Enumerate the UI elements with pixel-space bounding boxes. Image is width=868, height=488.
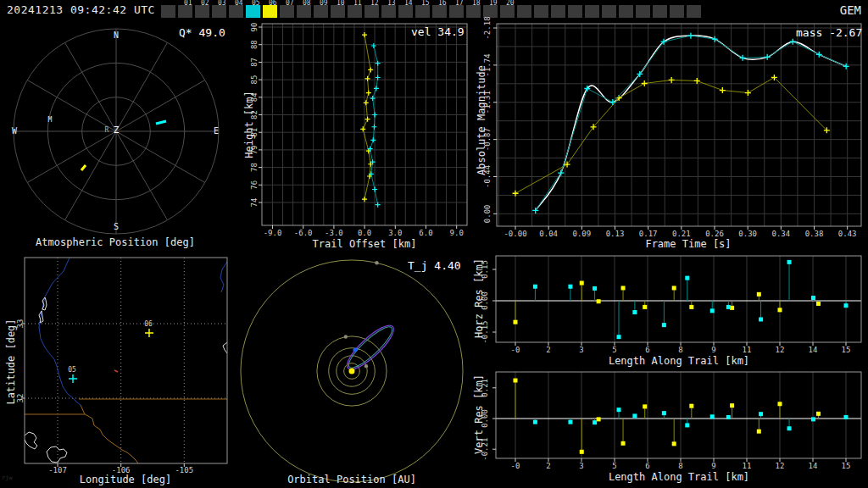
map-feature-rio-grande-lower	[81, 405, 138, 463]
map-feature-outline-southwest-1	[25, 432, 37, 449]
svg-text:76: 76	[250, 180, 259, 190]
svg-text:5: 5	[612, 346, 616, 354]
svg-text:W: W	[12, 126, 18, 136]
horz-res-plot: -0235689111214150.150.00-0.15	[481, 256, 861, 354]
atmospheric-title: Atmospheric Position [deg]	[36, 236, 195, 248]
svg-text:12: 12	[776, 346, 785, 354]
svg-text:15: 15	[842, 462, 851, 470]
tisserand-label: T_j	[408, 259, 427, 272]
svg-text:11: 11	[743, 462, 752, 470]
longitude-axis-label: Longitude [deg]	[80, 474, 171, 485]
orbital-plot	[241, 260, 463, 482]
velocity-value: 34.9	[437, 25, 464, 38]
svg-text:M: M	[48, 116, 53, 124]
svg-text:-3.0: -3.0	[325, 229, 343, 237]
length-trail-axis-label-2: Length Along Trail [km]	[609, 471, 749, 483]
svg-text:0.0: 0.0	[358, 229, 371, 237]
horz-res-axis-label: Horz Res [km]	[473, 258, 485, 338]
svg-text:5: 5	[612, 462, 616, 470]
svg-text:0.26: 0.26	[705, 230, 724, 238]
mass-value: -2.67	[829, 26, 862, 39]
svg-text:32: 32	[16, 394, 25, 403]
svg-text:0.30: 0.30	[738, 230, 757, 238]
svg-text:0.43: 0.43	[838, 230, 857, 238]
mars-dot	[344, 335, 348, 338]
svg-text:0.17: 0.17	[639, 230, 658, 238]
svg-text:2: 2	[546, 346, 550, 354]
svg-text:-107: -107	[48, 466, 67, 474]
latitude-axis-label: Latitude [deg]	[5, 319, 17, 404]
svg-text:2: 2	[546, 462, 550, 470]
svg-text:0.34: 0.34	[772, 230, 791, 238]
svg-text:06: 06	[144, 320, 153, 328]
svg-text:14: 14	[809, 346, 818, 354]
frame-time-axis-label: Frame Time [s]	[645, 238, 731, 250]
svg-text:3: 3	[579, 346, 583, 354]
mass-annotation: mass -2.67	[796, 26, 862, 39]
svg-text:6: 6	[645, 462, 649, 470]
orbital-title: Orbital Position [AU]	[287, 474, 416, 485]
svg-text:-0: -0	[511, 346, 520, 354]
svg-text:Z: Z	[114, 125, 120, 136]
svg-text:9: 9	[711, 346, 715, 354]
svg-text:-2.18: -2.18	[483, 16, 492, 39]
svg-text:12: 12	[776, 462, 785, 470]
map-feature-outline-southwest-2	[47, 446, 67, 463]
svg-text:0.13: 0.13	[606, 230, 625, 238]
svg-text:85: 85	[250, 75, 259, 85]
svg-text:0.38: 0.38	[805, 230, 824, 238]
map-station-06: 06	[144, 320, 153, 337]
jupiter-dot	[375, 261, 378, 264]
svg-text:6.0: 6.0	[419, 229, 432, 237]
map-feature-river-northeast	[220, 262, 227, 292]
svg-text:74: 74	[250, 198, 259, 208]
map-feature-ground-track	[114, 370, 118, 372]
map-feature-rio-grande-river	[39, 258, 81, 405]
svg-text:90: 90	[250, 23, 259, 32]
trail-grid	[262, 24, 467, 225]
trail-offset-axis-label: Trail Offset [km]	[313, 238, 417, 250]
svg-text:0.04: 0.04	[539, 230, 558, 238]
venus-dot	[364, 364, 368, 368]
svg-text:8: 8	[678, 346, 682, 354]
earth-dot	[353, 348, 357, 352]
vert-res-axis-label: Vert Res [km]	[473, 374, 485, 454]
watermark: rjw	[2, 474, 13, 481]
svg-text:11: 11	[743, 346, 752, 354]
svg-text:N: N	[114, 30, 119, 40]
magnitude-plot: -0.000.040.090.130.170.210.260.300.340.3…	[483, 16, 861, 238]
svg-text:-6.0: -6.0	[294, 229, 313, 237]
svg-text:-105: -105	[175, 466, 193, 474]
tisserand-annotation: T_j 4.40	[408, 259, 461, 272]
svg-text:3.0: 3.0	[388, 229, 402, 237]
svg-text:78: 78	[250, 163, 259, 172]
svg-text:9: 9	[711, 462, 715, 470]
svg-text:E: E	[214, 126, 219, 136]
magnitude-axis-label: Absolute Magnitude	[476, 65, 487, 175]
svg-text:15: 15	[842, 346, 851, 354]
svg-text:R: R	[105, 126, 109, 134]
q-star-annotation: Q* 49.0	[179, 26, 225, 39]
svg-text:05: 05	[68, 366, 76, 374]
ground-map-plot: 0506-107-106-1053332	[16, 258, 227, 474]
length-trail-axis-label-1: Length Along Trail [km]	[609, 355, 749, 367]
velocity-annotation: vel 34.9	[411, 25, 465, 38]
sun-dot	[349, 369, 355, 374]
q-star-value: 49.0	[198, 26, 225, 39]
svg-text:3: 3	[579, 462, 583, 470]
mass-label: mass	[796, 26, 822, 39]
trail-offset-plot: -9.0-6.0-3.00.03.06.09.09088878584828179…	[250, 23, 467, 237]
tisserand-value: 4.40	[434, 259, 460, 272]
q-star-label: Q*	[179, 26, 192, 39]
svg-text:-0.00: -0.00	[504, 230, 526, 238]
height-axis-label: Height [km]	[243, 91, 255, 158]
meteor-analysis-screen: 20241213 09:42:42 UTC 010203040506070809…	[0, 0, 868, 488]
svg-text:S: S	[114, 222, 119, 231]
svg-text:6: 6	[645, 346, 649, 354]
svg-text:88: 88	[250, 40, 259, 49]
svg-text:0.00: 0.00	[483, 205, 492, 224]
map-feature-outline-east	[223, 342, 227, 353]
svg-text:-9.0: -9.0	[264, 229, 282, 237]
atmospheric-plot: NSEWZRM	[12, 29, 219, 234]
svg-text:8: 8	[678, 462, 682, 470]
